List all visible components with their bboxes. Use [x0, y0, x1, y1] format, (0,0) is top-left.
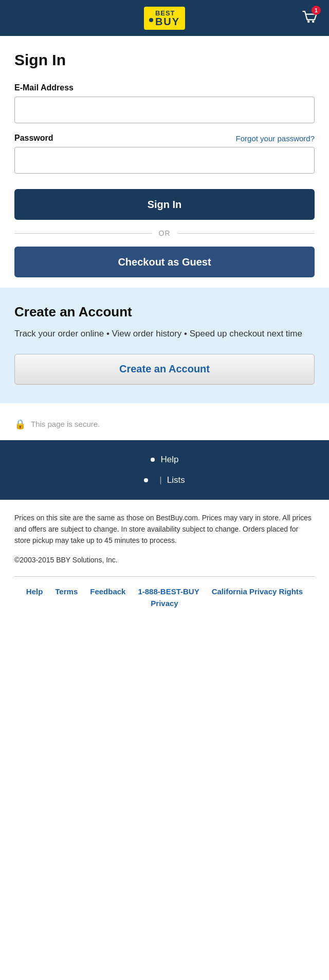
or-divider: OR	[14, 229, 315, 237]
footer-nav-lists-label: Lists	[167, 475, 185, 485]
create-account-button[interactable]: Create an Account	[14, 354, 315, 385]
footer-link-feedback[interactable]: Feedback	[90, 587, 125, 596]
cart-badge: 1	[312, 6, 321, 15]
svg-point-1	[312, 21, 315, 23]
cart-icon-wrap: 1	[300, 8, 319, 28]
cart-button[interactable]: 1	[300, 8, 319, 28]
footer-link-phone[interactable]: 1-888-BEST-BUY	[138, 587, 199, 596]
forgot-password-link[interactable]: Forgot your password?	[236, 134, 315, 143]
nav-dot-help	[151, 458, 155, 462]
footer-link-terms[interactable]: Terms	[55, 587, 78, 596]
footer-nav-help-label: Help	[161, 455, 179, 465]
footer-link-help[interactable]: Help	[26, 587, 43, 596]
footer-link-privacy[interactable]: Privacy	[151, 599, 178, 608]
email-label: E-Mail Address	[14, 83, 315, 92]
create-account-desc: Track your order online • View order his…	[14, 327, 315, 341]
signin-button[interactable]: Sign In	[14, 189, 315, 220]
password-group: Password Forgot your password?	[14, 134, 315, 174]
page-title: Sign In	[14, 51, 315, 69]
header: BEST BUY 1	[0, 0, 329, 36]
secure-label: This page is secure.	[31, 420, 100, 428]
main-content: Sign In E-Mail Address Password Forgot y…	[0, 36, 329, 288]
password-input[interactable]	[14, 147, 315, 174]
lock-icon: 🔒	[14, 419, 26, 430]
footer-link-california-privacy[interactable]: California Privacy Rights	[212, 587, 303, 596]
footer-copyright: ©2003-2015 BBY Solutions, Inc.	[14, 556, 315, 564]
footer-links: Help Terms Feedback 1-888-BEST-BUY Calif…	[14, 587, 315, 618]
bestbuy-logo: BEST BUY	[144, 7, 185, 30]
nav-dot-lists	[144, 478, 148, 482]
footer-divider	[14, 576, 315, 577]
footer-disclaimer: Prices on this site are the same as thos…	[14, 512, 315, 546]
footer-nav: Help | Lists	[0, 440, 329, 500]
nav-separator: |	[159, 475, 161, 485]
footer-nav-lists[interactable]: | Lists	[0, 470, 329, 491]
logo-dot	[149, 18, 153, 22]
logo-text: BEST BUY	[155, 10, 180, 27]
secure-section: 🔒 This page is secure.	[0, 403, 329, 440]
create-account-title: Create an Account	[14, 304, 315, 320]
password-row: Password Forgot your password?	[14, 134, 315, 143]
svg-point-0	[307, 21, 310, 23]
footer: Prices on this site are the same as thos…	[0, 500, 329, 626]
or-text: OR	[152, 229, 178, 237]
password-label: Password	[14, 134, 53, 143]
logo-container: BEST BUY	[144, 7, 185, 30]
footer-nav-help[interactable]: Help	[0, 449, 329, 470]
email-group: E-Mail Address	[14, 83, 315, 123]
create-account-section: Create an Account Track your order onlin…	[0, 288, 329, 403]
secure-text: 🔒 This page is secure.	[14, 419, 315, 430]
guest-checkout-button[interactable]: Checkout as Guest	[14, 247, 315, 277]
email-input[interactable]	[14, 97, 315, 123]
